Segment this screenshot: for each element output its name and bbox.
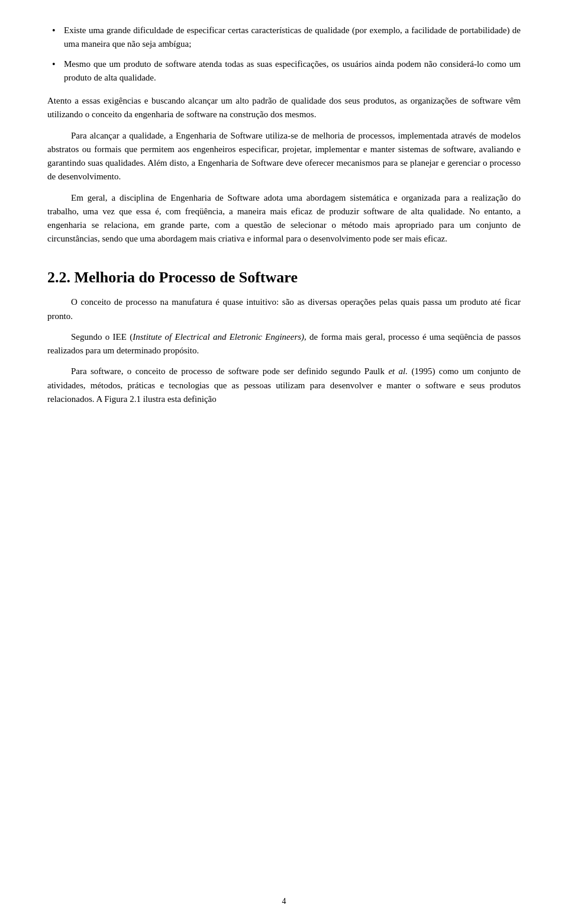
paragraph-3-text: Em geral, a disciplina de Engenharia de …	[47, 193, 521, 244]
paragraph-2-text: Para alcançar a qualidade, a Engenharia …	[47, 131, 521, 182]
paragraph-1-text: Atento a essas exigências e buscando alc…	[47, 96, 521, 119]
page-number: 4	[0, 897, 568, 906]
section-number: 2.2.	[47, 269, 70, 286]
section-paragraph-2: Segundo o IEE (Institute of Electrical a…	[47, 330, 521, 358]
bullet-text-1: Existe uma grande dificuldade de especif…	[64, 25, 521, 49]
bullet-list: Existe uma grande dificuldade de especif…	[47, 24, 521, 85]
paragraph-3: Em geral, a disciplina de Engenharia de …	[47, 191, 521, 246]
section-paragraph-1: O conceito de processo na manufatura é q…	[47, 295, 521, 323]
section-paragraph-3-italic: et al.	[388, 366, 408, 376]
section-paragraph-3: Para software, o conceito de processo de…	[47, 365, 521, 406]
page: Existe uma grande dificuldade de especif…	[0, 0, 568, 924]
bullet-text-2: Mesmo que um produto de software atenda …	[64, 59, 521, 82]
section-paragraph-2-italic: Institute of Electrical and Eletronic En…	[133, 332, 306, 342]
section-title: Melhoria do Processo de Software	[75, 269, 298, 286]
section-paragraph-2-before: Segundo o IEE (	[71, 332, 133, 342]
page-number-text: 4	[282, 897, 286, 906]
paragraph-2: Para alcançar a qualidade, a Engenharia …	[47, 129, 521, 184]
list-item: Mesmo que um produto de software atenda …	[47, 57, 521, 85]
section-paragraph-3-text-before: Para software, o conceito de processo de…	[71, 366, 388, 376]
section-heading: 2.2. Melhoria do Processo de Software	[47, 268, 521, 288]
section-paragraph-1-text: O conceito de processo na manufatura é q…	[47, 297, 521, 320]
list-item: Existe uma grande dificuldade de especif…	[47, 24, 521, 51]
paragraph-1: Atento a essas exigências e buscando alc…	[47, 94, 521, 122]
